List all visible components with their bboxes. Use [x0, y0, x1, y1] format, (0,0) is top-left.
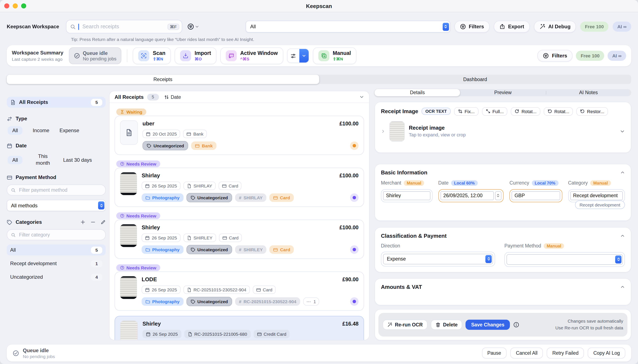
- type-option-all[interactable]: All: [8, 126, 23, 135]
- receipt-image-row[interactable]: Receipt image Tap to expand, view or cro…: [381, 121, 625, 142]
- capture-options-split-button[interactable]: [287, 48, 309, 63]
- payment-filter-field[interactable]: [18, 187, 101, 193]
- hash-icon: #: [239, 246, 242, 252]
- add-category-icon[interactable]: [80, 220, 85, 225]
- category-filter-field[interactable]: [18, 232, 101, 238]
- file-icon: [187, 332, 192, 336]
- question-circle-icon: [120, 162, 124, 166]
- filters-button[interactable]: Filters: [454, 21, 489, 32]
- receipt-row-selected[interactable]: Shirley £16.48 26 Sep 2025 RC-20251015-2…: [115, 316, 364, 340]
- receipt-title: uber: [142, 120, 154, 127]
- payment-method-select[interactable]: All methods: [7, 200, 106, 211]
- rotate-cw-button[interactable]: Rotat...: [511, 107, 540, 116]
- rotate-cw-icon: [515, 109, 519, 114]
- receipt-list-header: All Receipts 5 Date: [110, 91, 369, 103]
- type-option-expense[interactable]: Expense: [59, 128, 79, 134]
- ai-debug-button[interactable]: AI Debug: [534, 21, 576, 32]
- category-item-recept-development[interactable]: Recept development 1: [7, 258, 106, 269]
- restore-button[interactable]: Restor...: [576, 107, 608, 116]
- collapse-chevron-icon[interactable]: [620, 233, 625, 238]
- sort-control[interactable]: Date: [164, 94, 181, 100]
- tab-details[interactable]: Details: [375, 89, 460, 96]
- chevron-down-icon[interactable]: [620, 129, 625, 134]
- receipt-thumbnail[interactable]: [120, 224, 137, 247]
- category-suggestion-chip[interactable]: Recept development: [575, 200, 625, 209]
- payment-tag[interactable]: Bank: [191, 142, 217, 150]
- payment-tag[interactable]: Card: [269, 194, 294, 202]
- payment-tag[interactable]: Card: [270, 245, 294, 254]
- collapse-chevron-icon[interactable]: [620, 284, 625, 289]
- currency-input[interactable]: [512, 191, 560, 200]
- search-field[interactable]: [82, 23, 165, 30]
- manual-button[interactable]: Manual ⇧⌘N: [313, 47, 356, 64]
- folder-tag[interactable]: Photography: [142, 194, 183, 202]
- category-filter-input[interactable]: [7, 229, 106, 240]
- minimize-window-button[interactable]: [13, 4, 18, 8]
- edit-category-icon[interactable]: [101, 220, 106, 225]
- list-item: Needs Review LODE £90.00 26 Sep 2025 RC-…: [115, 264, 364, 311]
- receipt-row[interactable]: LODE £90.00 26 Sep 2025 RC-20251015-2305…: [115, 272, 364, 311]
- receipt-thumbnail[interactable]: [120, 120, 138, 145]
- payment-filter-input[interactable]: [7, 184, 106, 196]
- zoom-window-button[interactable]: [21, 4, 26, 8]
- receipt-thumbnail[interactable]: [120, 276, 137, 299]
- tab-dashboard[interactable]: Dashboard: [319, 75, 631, 84]
- search-icon: [11, 232, 16, 237]
- category-tag[interactable]: Uncategorized: [186, 245, 232, 254]
- category-item-uncategorized[interactable]: Uncategorized 4: [7, 272, 106, 282]
- fix-button[interactable]: Fix...: [454, 107, 478, 116]
- close-window-button[interactable]: [4, 4, 9, 8]
- category-tag[interactable]: Uncategorized: [142, 141, 188, 150]
- date-stepper[interactable]: [495, 191, 501, 200]
- save-changes-button[interactable]: Save Changes: [466, 320, 510, 330]
- delete-button[interactable]: Delete: [431, 320, 462, 330]
- merchant-input[interactable]: [383, 191, 430, 200]
- search-input[interactable]: ⌘F: [66, 20, 182, 33]
- receipt-row[interactable]: Shirlay £100.00 26 Sep 2025 SHIRLAY Card…: [115, 168, 364, 207]
- retry-failed-button[interactable]: Retry Failed: [547, 348, 584, 358]
- collapse-chevron-icon[interactable]: [620, 170, 625, 175]
- tab-ai-notes[interactable]: AI Notes: [546, 89, 631, 96]
- direction-select[interactable]: Expense: [383, 254, 493, 264]
- category-tag[interactable]: Uncategorized: [186, 297, 232, 306]
- receipt-row[interactable]: Shirley £100.00 26 Sep 2025 SHIRLEY Card…: [115, 220, 364, 259]
- actions-card: Re-run OCR Delete Save Changes Changes s…: [375, 309, 631, 340]
- active-window-button[interactable]: Active Window ^⌘S: [220, 47, 283, 64]
- sidebar-item-all-receipts[interactable]: All Receipts 5: [7, 97, 106, 108]
- payment-method-select[interactable]: [507, 254, 623, 264]
- date-option-all[interactable]: All: [8, 156, 23, 164]
- date-option-this-month[interactable]: This month: [33, 153, 53, 166]
- import-button[interactable]: Import ⌘O: [175, 47, 217, 64]
- folder-tag[interactable]: Photography: [142, 297, 183, 306]
- receipt-thumbnail[interactable]: [120, 172, 137, 195]
- rotate-ccw-button[interactable]: Rotat...: [544, 107, 573, 116]
- tab-receipts[interactable]: Receipts: [7, 75, 319, 84]
- receipt-thumbnail[interactable]: [120, 320, 138, 340]
- remove-category-icon[interactable]: [90, 220, 96, 225]
- category-item-all[interactable]: All 5: [7, 244, 106, 256]
- folder-tag[interactable]: Photography: [142, 245, 183, 254]
- type-option-income[interactable]: Income: [33, 128, 50, 134]
- search-filter-button[interactable]: [186, 23, 200, 30]
- export-button[interactable]: Export: [494, 21, 530, 32]
- date-option-last-30-days[interactable]: Last 30 days: [63, 157, 92, 163]
- copy-ai-log-button[interactable]: Copy AI Log: [588, 348, 625, 358]
- summary-filters-button[interactable]: Filters: [538, 50, 573, 62]
- ocr-text-toggle[interactable]: OCR TEXT: [421, 108, 451, 115]
- scan-button[interactable]: Scan ⇧⌘N: [133, 47, 171, 64]
- pause-button[interactable]: Pause: [482, 348, 507, 358]
- date-input[interactable]: [440, 191, 494, 200]
- cancel-all-button[interactable]: Cancel All: [510, 348, 543, 358]
- category-input[interactable]: [570, 191, 623, 200]
- rerun-ocr-button[interactable]: Re-run OCR: [383, 320, 428, 330]
- fullscreen-button[interactable]: Full...: [482, 107, 508, 116]
- info-icon[interactable]: [513, 322, 519, 328]
- category-tag[interactable]: Uncategorized: [186, 193, 232, 202]
- more-tags-chip[interactable]: ⋯1: [303, 297, 319, 306]
- receipt-row[interactable]: uber £100.00 20 Oct 2025 Bank Uncategori…: [115, 116, 364, 155]
- credit-card-icon: [273, 195, 278, 200]
- tab-preview[interactable]: Preview: [460, 89, 546, 96]
- chevron-down-icon[interactable]: [359, 94, 364, 99]
- scope-select[interactable]: All: [246, 21, 450, 32]
- receipt-image-thumbnail[interactable]: [389, 121, 405, 142]
